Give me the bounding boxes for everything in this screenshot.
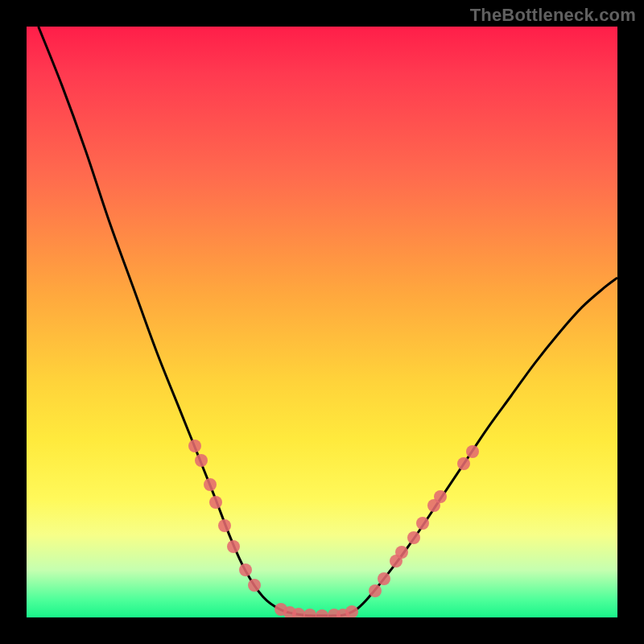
data-marker (303, 609, 316, 617)
data-marker (345, 605, 358, 617)
data-marker (369, 584, 382, 597)
curve-layer (27, 27, 617, 617)
plot-area (27, 27, 617, 617)
data-marker (227, 540, 240, 553)
data-marker (239, 564, 252, 576)
data-marker (407, 531, 420, 544)
data-marker (316, 609, 328, 617)
data-marker (434, 490, 447, 503)
data-marker (292, 608, 305, 617)
data-marker (218, 519, 231, 532)
data-marker (248, 579, 261, 592)
watermark-text: TheBottleneck.com (470, 5, 636, 26)
data-marker (416, 517, 429, 530)
data-marker (209, 496, 222, 509)
data-marker (204, 478, 217, 491)
bottleneck-curve (39, 27, 617, 616)
data-marker (195, 454, 208, 467)
chart-frame: TheBottleneck.com (0, 0, 644, 644)
